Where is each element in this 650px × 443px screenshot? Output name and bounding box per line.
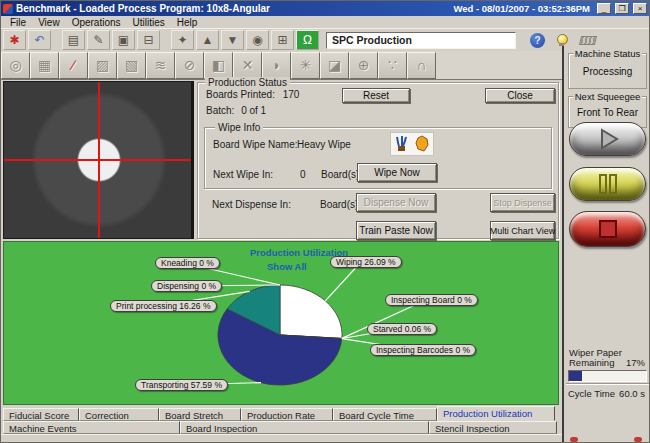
cycle-time-label: Cycle Time	[568, 388, 615, 399]
load-board-button[interactable]: ▼	[221, 30, 244, 50]
brush-icon	[393, 135, 411, 153]
lock-button[interactable]: Ω	[296, 30, 319, 50]
menu-item-view[interactable]: View	[32, 17, 66, 28]
machine-status-legend: Machine Status	[573, 48, 642, 59]
bell-icon: ◉	[252, 33, 262, 47]
stencil-load-button[interactable]: ▧	[117, 52, 146, 79]
tab-production-utilization[interactable]: Production Utilization	[437, 406, 555, 421]
train-paste-now-button[interactable]: Train Paste Now	[356, 221, 436, 240]
tab-correction[interactable]: Correction	[79, 408, 159, 421]
close-window-button[interactable]: ×	[633, 3, 647, 14]
menu-item-help[interactable]: Help	[171, 17, 204, 28]
glove-icon: ✳	[300, 57, 312, 73]
start-button[interactable]	[569, 122, 646, 156]
app-logo-button[interactable]: ✱	[3, 30, 26, 50]
boards-printed-row: Boards Printed: 170	[206, 89, 299, 100]
machine-control-panel: Machine Status Processing Next Squeegee …	[562, 46, 650, 443]
glove-button[interactable]: ✳	[291, 52, 320, 79]
wipe-now-button[interactable]: Wipe Now	[357, 163, 437, 182]
next-squeegee-legend: Next Squeegee	[573, 91, 643, 102]
tab-board-inspection[interactable]: Board Inspection	[180, 421, 429, 434]
datetime-display: Wed - 08/01/2007 - 03:52:36PM	[453, 3, 590, 14]
tab-stencil-inspection[interactable]: Stencil Inspection	[429, 421, 557, 434]
clamp-button[interactable]: ⊕	[349, 52, 378, 79]
open-program-button[interactable]: ▤	[62, 30, 85, 50]
cleaner-button[interactable]: ◎	[1, 52, 30, 79]
wiper-remaining-label: Remaining	[569, 357, 614, 368]
show-all-link[interactable]: Show All	[267, 261, 307, 272]
stencil-button[interactable]: ▨	[88, 52, 117, 79]
maximize-button[interactable]: ❒	[615, 3, 629, 14]
tools-button[interactable]: ✦	[171, 30, 194, 50]
wipe-info-legend: Wipe Info	[215, 122, 263, 133]
pie-label-inspecting-board-0-: Inspecting Board 0 %	[385, 294, 478, 306]
board-plate-icon: ◪	[328, 57, 341, 73]
close-button[interactable]: Close	[485, 88, 555, 103]
crosshair-horizontal	[4, 159, 191, 161]
back-button[interactable]: ↶	[28, 30, 51, 50]
squeegee-rear-button[interactable]: ⊘	[175, 52, 204, 79]
chart-tabs-row1: Fiducial ScoreCorrectionBoard StretchPro…	[3, 408, 555, 421]
boards-printed-value: 170	[283, 89, 300, 100]
toolbar-separator	[53, 30, 60, 50]
app-window: Benchmark - Loaded Process Program: 10x8…	[0, 0, 650, 443]
alert-triangle-button[interactable]: ▲	[196, 30, 219, 50]
save-program-button[interactable]: ▣	[112, 30, 135, 50]
pause-button[interactable]	[569, 167, 646, 201]
bell-button[interactable]: ◉	[246, 30, 269, 50]
batch-label: Batch:	[206, 105, 234, 116]
wipe-icons-box	[390, 132, 434, 156]
shovel-icon: ◗	[272, 57, 280, 73]
machine-setup-button[interactable]: ⊞	[271, 30, 294, 50]
machine-toolbar: ◎▦∕▨▧≋⊘◧✕◗✳◪⊕∵∩	[1, 51, 562, 80]
pie-label-transporting-57-59-: Transporting 57.59 %	[135, 379, 228, 391]
open-program-icon: ▤	[68, 33, 79, 47]
grid-plate-button[interactable]: ▦	[30, 52, 59, 79]
next-dispense-label: Next Dispense In:	[212, 199, 291, 210]
tab-machine-events[interactable]: Machine Events	[3, 421, 180, 434]
menu-item-file[interactable]: File	[4, 17, 32, 28]
droplets-icon: ∵	[388, 57, 397, 73]
minimize-button[interactable]: _	[597, 3, 611, 14]
squeegee-rear-icon: ⊘	[184, 57, 196, 73]
glove-icon	[413, 135, 431, 153]
scraper-button[interactable]: ◧	[204, 52, 233, 79]
board-plate-button[interactable]: ◪	[320, 52, 349, 79]
menu-item-utilities[interactable]: Utilities	[127, 17, 171, 28]
magnet-icon: ∩	[416, 57, 426, 73]
stencil-load-icon: ▧	[125, 57, 138, 73]
menu-item-operations[interactable]: Operations	[66, 17, 127, 28]
next-wipe-unit: Board(s)	[321, 169, 359, 180]
tab-fiducial-score[interactable]: Fiducial Score	[3, 408, 79, 421]
pie-label-print-processing-16-26-: Print processing 16.26 %	[110, 300, 217, 312]
squeegee-front-button[interactable]: ≋	[146, 52, 175, 79]
wiper-percent-value: 17%	[626, 357, 645, 368]
keyboard-icon[interactable]	[579, 36, 597, 45]
shovel-button[interactable]: ◗	[262, 52, 291, 79]
wiper-paper-progress-fill	[569, 371, 582, 381]
alert-triangle-icon: ▲	[202, 33, 214, 47]
bulb-icon[interactable]	[557, 34, 566, 46]
edit-program-button[interactable]: ✎	[87, 30, 110, 50]
toolbar-separator	[162, 30, 169, 50]
next-squeegee-value: Front To Rear	[569, 107, 646, 118]
clamp-icon: ⊕	[358, 57, 370, 73]
stop-button[interactable]	[569, 211, 646, 247]
utensils-button[interactable]: ✕	[233, 52, 262, 79]
tab-board-cycle-time[interactable]: Board Cycle Time	[333, 408, 437, 421]
program-name-field[interactable]: SPC Production	[326, 32, 516, 49]
multi-chart-view-button[interactable]: Multi Chart View	[490, 221, 555, 240]
help-icon[interactable]: ?	[530, 33, 545, 48]
reset-button[interactable]: Reset	[342, 88, 410, 103]
pie-label-kneading-0-: Kneading 0 %	[155, 257, 220, 269]
conveyor-button[interactable]: ⊟	[137, 30, 160, 50]
droplets-button[interactable]: ∵	[378, 52, 407, 79]
screwdriver-button[interactable]: ∕	[59, 52, 88, 79]
tab-production-rate[interactable]: Production Rate	[241, 408, 333, 421]
stop-dispense-button[interactable]: Stop Dispense	[490, 193, 555, 212]
stop-icon	[593, 217, 623, 241]
dispense-now-button[interactable]: Dispense Now	[356, 193, 436, 212]
magnet-button[interactable]: ∩	[407, 52, 436, 79]
camera-view[interactable]	[3, 81, 194, 239]
tab-board-stretch[interactable]: Board Stretch	[159, 408, 241, 421]
